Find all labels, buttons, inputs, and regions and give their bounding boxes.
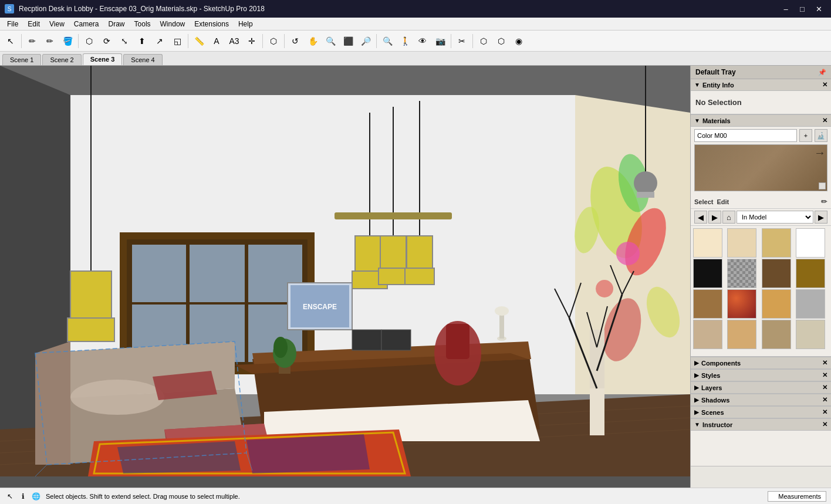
zoom-extents-tool[interactable]: ⬛ [340,33,356,49]
axes-tool[interactable]: ✛ [244,33,260,49]
menu-item-view[interactable]: View [45,19,69,29]
eraser-tool[interactable]: ✏ [24,33,40,49]
material-thumbnail-14[interactable] [762,320,791,349]
menu-item-draw[interactable]: Draw [104,19,130,29]
material-thumbnail-2[interactable] [762,228,791,258]
3d-text-tool[interactable]: A3 [226,33,242,49]
styles-close[interactable]: ✕ [822,371,827,379]
rectangle-tool[interactable]: ⬡ [81,33,97,49]
paint-bucket-tool[interactable]: 🪣 [59,33,76,49]
offset-tool[interactable]: ◱ [169,33,185,49]
scene-tab-scene-2[interactable]: Scene 2 [42,54,81,65]
enscape-material-tool[interactable]: ◉ [511,33,527,49]
zoom-window-tool[interactable]: 🔎 [357,33,374,49]
material-thumbnail-4[interactable] [693,259,722,288]
zoom-prev-tool[interactable]: 🔍 [379,33,396,49]
materials-header[interactable]: ▼ Materials ✕ [691,115,831,127]
position-camera-tool[interactable]: 📷 [432,33,448,49]
status-left: ↖ ℹ 🌐 Select objects. Shift to extend se… [5,491,240,502]
entity-info-header[interactable]: ▼ Entity Info ✕ [691,79,831,91]
material-replace-btn[interactable]: → [814,146,826,160]
components-section: ▶ Components ✕ [691,357,831,370]
tape-measure-tool[interactable]: 📏 [191,33,207,49]
scenes-panel-header[interactable]: ▶ Scenes ✕ [691,407,831,418]
components-title: Components [701,360,741,367]
material-thumbnail-6[interactable] [762,259,791,288]
menu-item-edit[interactable]: Edit [23,19,45,29]
close-button[interactable]: ✕ [811,3,826,15]
scene-tab-scene-3[interactable]: Scene 3 [83,53,123,65]
material-thumbnail-13[interactable] [727,320,756,349]
edit-pen-icon[interactable]: ✏ [821,197,827,206]
materials-dropdown[interactable]: In Model All Materials [737,211,813,224]
nav-details-btn[interactable]: ▶ [815,211,827,224]
material-thumbnail-11[interactable] [796,289,825,319]
material-thumbnail-7[interactable] [796,259,825,288]
title-controls: – □ ✕ [778,3,826,15]
material-thumbnail-9[interactable] [727,289,756,319]
edit-label[interactable]: Edit [717,198,729,205]
push-pull-tool[interactable]: ⬆ [134,33,150,49]
nav-forward-btn[interactable]: ▶ [708,211,721,224]
text-tool[interactable]: A [208,33,225,49]
svg-rect-68 [405,268,434,285]
instructor-close[interactable]: ✕ [822,421,827,428]
materials-name-input[interactable] [694,129,797,142]
enscape-live-tool[interactable]: ⬡ [493,33,509,49]
material-thumbnail-8[interactable] [693,289,722,319]
material-thumbnail-15[interactable] [796,320,825,349]
nav-home-btn[interactable]: ⌂ [722,211,735,224]
menu-item-tools[interactable]: Tools [130,19,156,29]
geo-status-icon: 🌐 [31,491,41,502]
shadows-close[interactable]: ✕ [822,396,827,404]
layers-close[interactable]: ✕ [822,384,827,391]
material-thumbnail-0[interactable] [693,228,722,258]
toolbar-separator-3 [78,34,79,48]
resize-handle[interactable] [819,182,826,190]
components-header[interactable]: ▶ Components ✕ [691,357,831,369]
zoom-tool[interactable]: 🔍 [322,33,339,49]
polygon-tool[interactable]: ⤡ [116,33,133,49]
menu-item-help[interactable]: Help [234,19,258,29]
circle-tool[interactable]: ⟳ [99,33,115,49]
menu-item-camera[interactable]: Camera [69,19,104,29]
nav-back-btn[interactable]: ◀ [694,211,707,224]
orbit-tool[interactable]: ↺ [287,33,303,49]
minimize-button[interactable]: – [778,3,793,15]
pan-tool[interactable]: ✋ [305,33,321,49]
toolbar-separator-9 [188,34,188,48]
material-thumbnail-5[interactable] [727,259,756,288]
materials-title: Materials [702,117,731,124]
enscape-render-tool[interactable]: ⬡ [475,33,492,49]
material-thumbnail-12[interactable] [693,320,722,349]
layers-header[interactable]: ▶ Layers ✕ [691,382,831,394]
material-thumbnail-1[interactable] [727,228,756,258]
materials-close[interactable]: ✕ [822,117,827,124]
pencil-tool[interactable]: ✏ [42,33,58,49]
walk-tool[interactable]: 🚶 [397,33,413,49]
viewport[interactable]: ENSCAPE [0,66,690,488]
menu-item-extensions[interactable]: Extensions [190,19,234,29]
scenes-panel-close[interactable]: ✕ [822,408,827,416]
svg-rect-72 [637,192,654,198]
component-tool[interactable]: ⬡ [265,33,282,49]
styles-header[interactable]: ▶ Styles ✕ [691,370,831,381]
components-close[interactable]: ✕ [822,359,827,367]
scene-tab-scene-1[interactable]: Scene 1 [2,54,41,65]
material-thumbnail-10[interactable] [762,289,791,319]
material-thumbnail-3[interactable] [796,228,825,258]
select-label[interactable]: Select [694,198,713,205]
materials-create-btn[interactable]: + [799,129,812,142]
menu-item-file[interactable]: File [2,19,23,29]
scene-tab-scene-4[interactable]: Scene 4 [123,54,162,65]
follow-me-tool[interactable]: ↗ [151,33,168,49]
instructor-header[interactable]: ▼ Instructor ✕ [691,419,831,431]
select-tool[interactable]: ↖ [2,33,19,49]
entity-info-close[interactable]: ✕ [822,81,827,89]
maximize-button[interactable]: □ [795,3,810,15]
materials-sample-btn[interactable]: 🔬 [815,129,827,142]
look-around-tool[interactable]: 👁 [414,33,431,49]
section-plane-tool[interactable]: ✂ [454,33,470,49]
menu-item-window[interactable]: Window [156,19,190,29]
shadows-header[interactable]: ▶ Shadows ✕ [691,394,831,406]
